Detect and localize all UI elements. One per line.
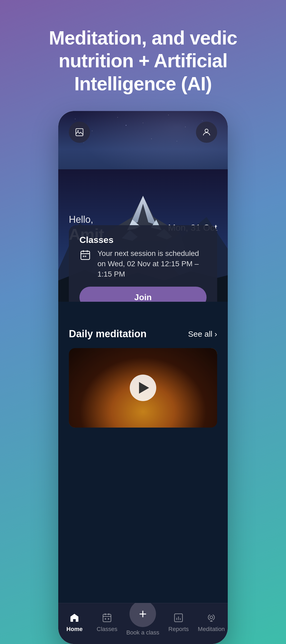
svg-point-31	[210, 616, 213, 619]
calendar-icon	[79, 249, 91, 262]
join-button[interactable]: Join	[79, 287, 207, 302]
svg-rect-19	[83, 255, 84, 257]
classes-session-info: Your next session is scheduled on Wed, 0…	[79, 248, 207, 279]
phone-screen: Hello, Amit Mon, 31 Oct Classes	[58, 111, 228, 644]
svg-rect-26	[108, 618, 109, 620]
hero-area: Hello, Amit Mon, 31 Oct Classes	[58, 111, 228, 302]
meditation-icon	[205, 612, 217, 624]
gallery-button[interactable]	[69, 122, 90, 143]
content-area: Daily meditation See all ›	[58, 302, 228, 603]
book-class-button[interactable]: +	[129, 601, 156, 627]
greeting-hello: Hello,	[69, 214, 104, 225]
phone-mockup: Hello, Amit Mon, 31 Oct Classes	[58, 111, 228, 644]
see-all-button[interactable]: See all ›	[188, 330, 217, 339]
meditation-thumbnail[interactable]	[69, 348, 217, 428]
play-icon	[139, 382, 149, 394]
nav-reports-label: Reports	[168, 626, 189, 633]
svg-rect-21	[103, 614, 111, 622]
svg-point-14	[205, 129, 208, 132]
nav-meditation-label: Meditation	[198, 626, 225, 633]
daily-meditation-title: Daily meditation	[69, 328, 147, 340]
svg-rect-12	[76, 129, 83, 136]
play-button[interactable]	[130, 375, 156, 401]
classes-card-title: Classes	[79, 235, 207, 245]
classes-card: Classes Your next session is scheduled o…	[69, 225, 217, 302]
svg-rect-15	[81, 251, 90, 259]
profile-icon	[202, 127, 211, 137]
nav-item-book-class[interactable]: + Book a class	[126, 609, 159, 636]
session-text: Your next session is scheduled on Wed, 0…	[97, 248, 207, 279]
hero-headline: Meditation, and vedic nutrition + Artifi…	[0, 0, 286, 111]
nav-item-classes[interactable]: Classes	[94, 612, 120, 633]
bottom-navigation: Home Classes	[58, 603, 228, 644]
nav-classes-label: Classes	[97, 626, 117, 633]
classes-icon	[101, 612, 113, 624]
plus-icon: +	[139, 607, 147, 620]
reports-icon	[173, 612, 184, 624]
nav-item-reports[interactable]: Reports	[165, 612, 192, 633]
top-action-bar	[58, 122, 228, 143]
svg-point-13	[78, 130, 79, 132]
daily-meditation-header: Daily meditation See all ›	[69, 328, 217, 340]
svg-rect-25	[105, 618, 106, 620]
nav-item-meditation[interactable]: Meditation	[198, 612, 225, 633]
nav-item-home[interactable]: Home	[61, 612, 88, 633]
profile-button[interactable]	[196, 122, 217, 143]
svg-rect-20	[85, 255, 86, 257]
nav-book-class-label: Book a class	[126, 629, 159, 636]
home-icon	[69, 612, 80, 624]
nav-home-label: Home	[66, 626, 83, 633]
gallery-icon	[75, 127, 84, 137]
